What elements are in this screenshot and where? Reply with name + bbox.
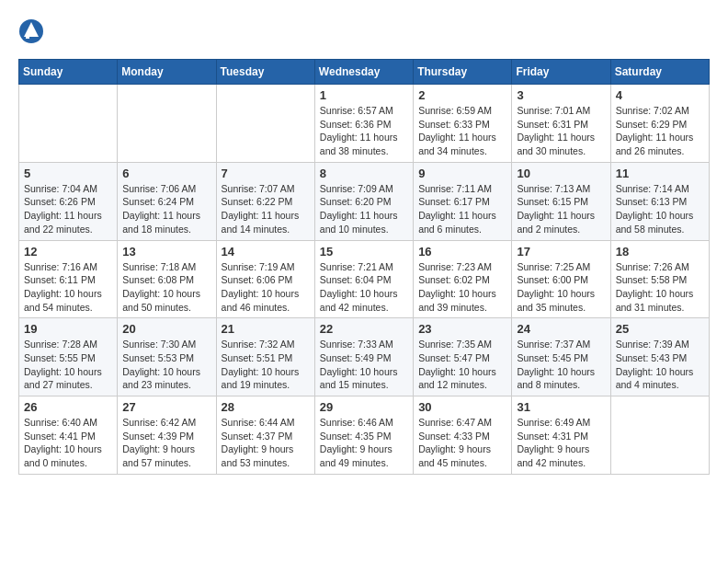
day-info: Sunrise: 7:37 AMSunset: 5:45 PMDaylight:… (517, 338, 605, 392)
day-info: Sunrise: 7:32 AMSunset: 5:51 PMDaylight:… (222, 338, 310, 392)
day-info: Sunrise: 7:18 AMSunset: 6:08 PMDaylight:… (122, 260, 210, 315)
day-info: Sunrise: 7:11 AMSunset: 6:17 PMDaylight:… (418, 182, 506, 236)
day-number: 13 (122, 245, 210, 259)
calendar-cell: 10Sunrise: 7:13 AMSunset: 6:15 PMDayligh… (512, 162, 610, 240)
calendar-cell: 12Sunrise: 7:16 AMSunset: 6:11 PMDayligh… (19, 240, 118, 318)
calendar-cell: 24Sunrise: 7:37 AMSunset: 5:45 PMDayligh… (512, 318, 610, 396)
weekday-row: SundayMondayTuesdayWednesdayThursdayFrid… (19, 60, 710, 85)
calendar-cell: 11Sunrise: 7:14 AMSunset: 6:13 PMDayligh… (610, 162, 709, 240)
calendar-cell: 15Sunrise: 7:21 AMSunset: 6:04 PMDayligh… (314, 240, 413, 318)
calendar-cell: 3Sunrise: 7:01 AMSunset: 6:31 PMDaylight… (512, 85, 610, 163)
calendar-cell: 27Sunrise: 6:42 AMSunset: 4:39 PMDayligh… (118, 396, 216, 475)
calendar-cell: 8Sunrise: 7:09 AMSunset: 6:20 PMDaylight… (314, 162, 413, 240)
day-number: 21 (222, 322, 310, 336)
day-number: 11 (616, 167, 704, 180)
day-number: 7 (222, 167, 310, 180)
day-number: 25 (616, 322, 704, 336)
day-info: Sunrise: 7:14 AMSunset: 6:13 PMDaylight:… (616, 182, 704, 236)
day-info: Sunrise: 7:39 AMSunset: 5:43 PMDaylight:… (616, 338, 704, 392)
day-number: 28 (222, 400, 310, 414)
day-number: 3 (517, 88, 605, 102)
day-info: Sunrise: 7:16 AMSunset: 6:11 PMDaylight:… (24, 260, 112, 315)
calendar-table: SundayMondayTuesdayWednesdayThursdayFrid… (18, 59, 710, 475)
day-number: 29 (320, 400, 408, 414)
day-info: Sunrise: 6:40 AMSunset: 4:41 PMDaylight:… (24, 416, 112, 470)
day-number: 26 (24, 400, 112, 414)
calendar-cell: 7Sunrise: 7:07 AMSunset: 6:22 PMDaylight… (216, 162, 314, 240)
weekday-header-sunday: Sunday (19, 60, 118, 85)
calendar-cell: 31Sunrise: 6:49 AMSunset: 4:31 PMDayligh… (512, 396, 610, 475)
day-info: Sunrise: 7:09 AMSunset: 6:20 PMDaylight:… (320, 182, 408, 236)
day-number: 31 (517, 400, 605, 414)
day-info: Sunrise: 7:04 AMSunset: 6:26 PMDaylight:… (24, 182, 112, 236)
calendar-cell: 17Sunrise: 7:25 AMSunset: 6:00 PMDayligh… (512, 240, 610, 318)
day-info: Sunrise: 7:02 AMSunset: 6:29 PMDaylight:… (616, 104, 704, 158)
calendar-page: SundayMondayTuesdayWednesdayThursdayFrid… (0, 0, 728, 484)
day-number: 20 (122, 322, 210, 336)
day-number: 17 (517, 245, 605, 259)
day-info: Sunrise: 7:07 AMSunset: 6:22 PMDaylight:… (222, 182, 310, 236)
calendar-cell: 25Sunrise: 7:39 AMSunset: 5:43 PMDayligh… (610, 318, 709, 396)
weekday-header-tuesday: Tuesday (216, 60, 314, 85)
weekday-header-wednesday: Wednesday (314, 60, 413, 85)
calendar-cell: 23Sunrise: 7:35 AMSunset: 5:47 PMDayligh… (414, 318, 512, 396)
calendar-week-5: 26Sunrise: 6:40 AMSunset: 4:41 PMDayligh… (19, 396, 710, 475)
calendar-cell: 5Sunrise: 7:04 AMSunset: 6:26 PMDaylight… (19, 162, 118, 240)
day-info: Sunrise: 6:42 AMSunset: 4:39 PMDaylight:… (122, 416, 210, 470)
calendar-cell: 6Sunrise: 7:06 AMSunset: 6:24 PMDaylight… (118, 162, 216, 240)
calendar-cell: 4Sunrise: 7:02 AMSunset: 6:29 PMDaylight… (610, 85, 709, 163)
day-info: Sunrise: 7:19 AMSunset: 6:06 PMDaylight:… (222, 260, 310, 315)
day-number: 27 (122, 400, 210, 414)
weekday-header-friday: Friday (512, 60, 610, 85)
calendar-cell: 14Sunrise: 7:19 AMSunset: 6:06 PMDayligh… (216, 240, 314, 318)
day-number: 23 (418, 322, 506, 336)
day-info: Sunrise: 6:59 AMSunset: 6:33 PMDaylight:… (418, 104, 506, 158)
day-info: Sunrise: 7:23 AMSunset: 6:02 PMDaylight:… (418, 260, 506, 315)
day-number: 2 (418, 88, 506, 102)
calendar-cell: 26Sunrise: 6:40 AMSunset: 4:41 PMDayligh… (19, 396, 118, 475)
calendar-week-2: 5Sunrise: 7:04 AMSunset: 6:26 PMDaylight… (19, 162, 710, 240)
day-number: 5 (24, 167, 112, 180)
day-number: 24 (517, 322, 605, 336)
calendar-week-3: 12Sunrise: 7:16 AMSunset: 6:11 PMDayligh… (19, 240, 710, 318)
calendar-cell: 9Sunrise: 7:11 AMSunset: 6:17 PMDaylight… (414, 162, 512, 240)
weekday-header-monday: Monday (118, 60, 216, 85)
day-number: 1 (320, 88, 408, 102)
calendar-cell: 22Sunrise: 7:33 AMSunset: 5:49 PMDayligh… (314, 318, 413, 396)
day-number: 12 (24, 245, 112, 259)
weekday-header-saturday: Saturday (610, 60, 709, 85)
calendar-cell (19, 85, 118, 163)
day-number: 16 (418, 245, 506, 259)
day-info: Sunrise: 6:46 AMSunset: 4:35 PMDaylight:… (320, 416, 408, 470)
day-number: 30 (418, 400, 506, 414)
calendar-cell (610, 396, 709, 475)
day-number: 4 (616, 88, 704, 102)
calendar-cell: 28Sunrise: 6:44 AMSunset: 4:37 PMDayligh… (216, 396, 314, 475)
calendar-cell (118, 85, 216, 163)
day-number: 18 (616, 245, 704, 259)
svg-rect-2 (26, 34, 29, 39)
day-number: 15 (320, 245, 408, 259)
day-info: Sunrise: 7:30 AMSunset: 5:53 PMDaylight:… (122, 338, 210, 392)
day-info: Sunrise: 7:35 AMSunset: 5:47 PMDaylight:… (418, 338, 506, 392)
calendar-cell: 1Sunrise: 6:57 AMSunset: 6:36 PMDaylight… (314, 85, 413, 163)
day-info: Sunrise: 7:25 AMSunset: 6:00 PMDaylight:… (517, 260, 605, 315)
logo (18, 18, 48, 44)
day-info: Sunrise: 6:47 AMSunset: 4:33 PMDaylight:… (418, 416, 506, 470)
day-info: Sunrise: 6:44 AMSunset: 4:37 PMDaylight:… (222, 416, 310, 470)
calendar-cell: 30Sunrise: 6:47 AMSunset: 4:33 PMDayligh… (414, 396, 512, 475)
calendar-cell (216, 85, 314, 163)
calendar-cell: 2Sunrise: 6:59 AMSunset: 6:33 PMDaylight… (414, 85, 512, 163)
day-info: Sunrise: 6:57 AMSunset: 6:36 PMDaylight:… (320, 104, 408, 158)
day-info: Sunrise: 6:49 AMSunset: 4:31 PMDaylight:… (517, 416, 605, 470)
calendar-cell: 16Sunrise: 7:23 AMSunset: 6:02 PMDayligh… (414, 240, 512, 318)
calendar-week-1: 1Sunrise: 6:57 AMSunset: 6:36 PMDaylight… (19, 85, 710, 163)
day-info: Sunrise: 7:26 AMSunset: 5:58 PMDaylight:… (616, 260, 704, 315)
day-info: Sunrise: 7:13 AMSunset: 6:15 PMDaylight:… (517, 182, 605, 236)
calendar-cell: 20Sunrise: 7:30 AMSunset: 5:53 PMDayligh… (118, 318, 216, 396)
day-number: 14 (222, 245, 310, 259)
day-number: 8 (320, 167, 408, 180)
calendar-cell: 21Sunrise: 7:32 AMSunset: 5:51 PMDayligh… (216, 318, 314, 396)
header (18, 18, 710, 44)
day-number: 9 (418, 167, 506, 180)
